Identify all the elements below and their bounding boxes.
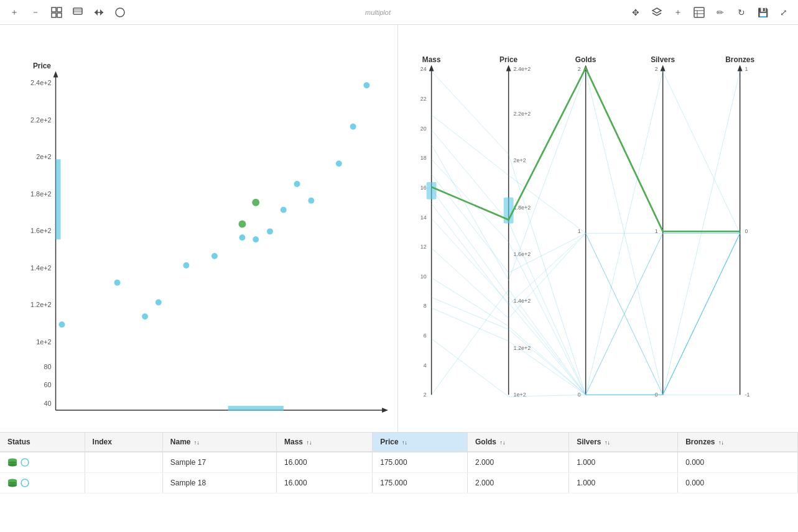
svg-text:2.2e+2: 2.2e+2 xyxy=(514,111,531,117)
sort-bronzes-icon: ↑↓ xyxy=(718,439,724,446)
svg-rect-2 xyxy=(52,13,56,17)
svg-rect-3 xyxy=(57,13,62,17)
sort-name-icon: ↑↓ xyxy=(194,439,200,446)
col-mass-label: Mass xyxy=(284,438,303,446)
brush-icon[interactable]: ✏ xyxy=(713,6,727,19)
sort-silvers-icon: ↑↓ xyxy=(605,439,610,446)
svg-point-57 xyxy=(350,124,356,130)
scatter-panel: Price 2.4e+2 2.2e+2 2e+2 1.8e+2 1.6e+2 1… xyxy=(0,25,398,432)
svg-point-55 xyxy=(308,198,314,204)
add-icon[interactable]: ＋ xyxy=(7,6,21,19)
cell-index xyxy=(85,473,162,493)
layers-alt-icon[interactable] xyxy=(71,6,85,19)
svg-text:2.2e+2: 2.2e+2 xyxy=(30,116,52,124)
svg-text:2e+2: 2e+2 xyxy=(36,153,51,160)
svg-marker-28 xyxy=(382,408,388,413)
status-cell xyxy=(7,457,77,467)
svg-text:80: 80 xyxy=(44,363,52,370)
svg-text:12: 12 xyxy=(420,244,427,250)
svg-rect-105 xyxy=(427,182,437,200)
col-price-label: Price xyxy=(380,438,398,446)
cell-status xyxy=(0,452,85,473)
svg-marker-73 xyxy=(661,65,666,71)
table-area: Status Index Name ↑↓ Mass ↑↓ Price ↑↓ Go… xyxy=(0,433,798,532)
main-area: Price 2.4e+2 2.2e+2 2e+2 1.8e+2 1.6e+2 1… xyxy=(0,25,798,433)
svg-text:Mass: Mass xyxy=(422,55,441,64)
svg-text:2e+2: 2e+2 xyxy=(514,157,526,163)
cell-price: 175.000 xyxy=(373,473,468,493)
svg-point-53 xyxy=(281,207,287,213)
svg-text:8: 8 xyxy=(424,303,427,309)
svg-point-46 xyxy=(142,313,148,319)
arrows-icon[interactable] xyxy=(92,6,106,19)
minus-icon[interactable]: － xyxy=(29,6,42,19)
svg-text:1e+2: 1e+2 xyxy=(514,392,526,398)
svg-rect-42 xyxy=(56,159,61,239)
table-body: Sample 17 16.000 175.000 2.000 1.000 0.0… xyxy=(0,452,798,493)
db-icon xyxy=(7,478,17,488)
parallel-chart: Mass Price Golds Silvers Bronzes 2 4 6 8… xyxy=(411,31,786,413)
col-mass[interactable]: Mass ↑↓ xyxy=(277,433,373,452)
svg-text:1e+2: 1e+2 xyxy=(36,338,51,346)
cell-name: Sample 18 xyxy=(162,473,276,493)
toolbar-right: ✥ ＋ ✏ ↻ 💾 ⤢ xyxy=(629,6,791,19)
col-price[interactable]: Price ↑↓ xyxy=(373,433,468,452)
sort-golds-icon: ↑↓ xyxy=(499,439,505,446)
refresh-icon[interactable]: ↻ xyxy=(735,6,748,19)
svg-point-8 xyxy=(116,8,124,17)
circle-icon[interactable] xyxy=(113,6,127,19)
cell-silvers: 1.000 xyxy=(569,452,678,473)
svg-text:1.2e+2: 1.2e+2 xyxy=(30,301,52,308)
col-golds[interactable]: Golds ↑↓ xyxy=(468,433,569,452)
expand-icon[interactable]: ⤢ xyxy=(777,6,791,19)
col-status[interactable]: Status xyxy=(0,433,85,452)
svg-text:Price: Price xyxy=(499,55,517,64)
cell-silvers: 1.000 xyxy=(569,473,678,493)
svg-text:14: 14 xyxy=(420,214,427,221)
svg-marker-67 xyxy=(429,65,434,71)
svg-text:1.6e+2: 1.6e+2 xyxy=(30,227,52,234)
svg-point-49 xyxy=(211,253,218,259)
table-header-row: Status Index Name ↑↓ Mass ↑↓ Price ↑↓ Go… xyxy=(0,433,798,452)
col-name[interactable]: Name ↑↓ xyxy=(162,433,276,452)
svg-text:10: 10 xyxy=(420,273,427,280)
svg-marker-9 xyxy=(652,8,661,13)
circle-small-icon xyxy=(20,478,30,488)
scatter-chart: Price 2.4e+2 2.2e+2 2e+2 1.8e+2 1.6e+2 1… xyxy=(28,31,391,413)
svg-point-58 xyxy=(363,82,369,88)
col-index[interactable]: Index xyxy=(85,433,162,452)
col-index-label: Index xyxy=(93,438,112,446)
svg-text:Golds: Golds xyxy=(575,55,596,64)
svg-text:2.4e+2: 2.4e+2 xyxy=(30,79,52,86)
save-icon[interactable]: 💾 xyxy=(756,6,769,19)
svg-point-50 xyxy=(239,234,246,241)
cell-price: 175.000 xyxy=(373,452,468,473)
table-icon[interactable] xyxy=(692,6,706,19)
cell-mass: 16.000 xyxy=(277,473,373,493)
cell-golds: 2.000 xyxy=(468,473,569,493)
grid-icon[interactable] xyxy=(50,6,63,19)
svg-rect-43 xyxy=(228,406,284,411)
plus-icon[interactable]: ＋ xyxy=(671,6,685,19)
svg-text:1: 1 xyxy=(655,228,658,234)
layers-icon[interactable] xyxy=(650,6,664,19)
svg-marker-27 xyxy=(53,71,58,77)
svg-text:40: 40 xyxy=(44,400,52,407)
cell-mass: 16.000 xyxy=(277,452,373,473)
svg-point-56 xyxy=(336,160,342,167)
svg-text:18: 18 xyxy=(420,155,427,161)
svg-marker-69 xyxy=(506,65,511,71)
svg-point-54 xyxy=(294,181,300,187)
cell-name: Sample 17 xyxy=(162,452,276,473)
col-silvers[interactable]: Silvers ↑↓ xyxy=(569,433,678,452)
move-icon[interactable]: ✥ xyxy=(629,6,643,19)
table-row: Sample 18 16.000 175.000 2.000 1.000 0.0… xyxy=(0,473,798,493)
col-bronzes[interactable]: Bronzes ↑↓ xyxy=(678,433,798,452)
svg-text:1.4e+2: 1.4e+2 xyxy=(30,264,52,272)
toolbar: ＋ － multiplot ✥ ＋ ✏ ↻ 💾 ⤢ xyxy=(0,0,798,25)
cell-status xyxy=(0,473,85,493)
svg-point-45 xyxy=(114,280,121,286)
svg-point-60 xyxy=(252,199,259,206)
toolbar-left: ＋ － xyxy=(7,6,127,19)
svg-rect-1 xyxy=(57,7,62,12)
